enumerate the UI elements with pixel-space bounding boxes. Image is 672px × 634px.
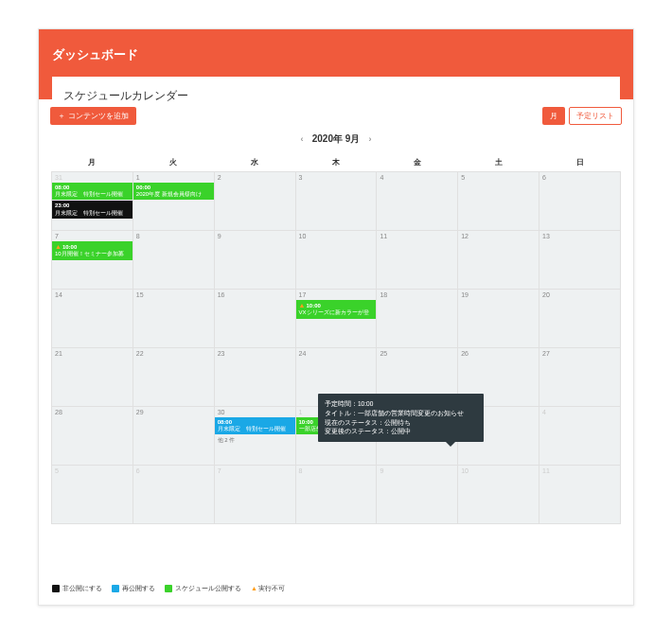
legend: 非公開にする 再公開する スケジュール公開する ▲実行不可 bbox=[52, 584, 285, 593]
day-cell[interactable]: 3 bbox=[295, 172, 377, 231]
legend-item-black: 非公開にする bbox=[52, 584, 102, 593]
calendar-event[interactable]: 08:00月末限定 特別セール開催 bbox=[215, 417, 295, 434]
day-cell[interactable]: 23 bbox=[214, 348, 295, 407]
view-switch: 月 予定リスト bbox=[542, 107, 622, 125]
calendar-grid: 月火水木金土日 3108:00月末限定 特別セール開催23:00月末限定 特別セ… bbox=[51, 153, 621, 524]
page-title: ダッシュボード bbox=[52, 46, 620, 63]
day-cell[interactable]: 7 bbox=[214, 466, 295, 524]
event-time: 08:00 bbox=[218, 419, 232, 425]
day-number: 29 bbox=[133, 407, 214, 417]
day-cell[interactable]: 28 bbox=[52, 407, 133, 466]
day-cell[interactable]: 4 bbox=[377, 172, 458, 231]
legend-item-warn: ▲実行不可 bbox=[251, 584, 285, 593]
day-cell[interactable]: 14 bbox=[52, 290, 133, 348]
day-number: 19 bbox=[458, 290, 539, 300]
day-number: 5 bbox=[458, 172, 539, 183]
day-number: 9 bbox=[215, 231, 295, 241]
toolbar: ＋ コンテンツを追加 月 予定リスト bbox=[39, 107, 633, 125]
day-cell[interactable]: 17▲10:00VXシリーズに新カラーが登 bbox=[295, 290, 377, 348]
day-number: 12 bbox=[458, 231, 539, 241]
day-number: 24 bbox=[296, 348, 377, 359]
day-number: 9 bbox=[377, 466, 457, 476]
view-month-button[interactable]: 月 bbox=[542, 107, 565, 125]
day-cell[interactable]: 27 bbox=[539, 348, 621, 407]
prev-month-button[interactable]: ‹ bbox=[294, 134, 309, 144]
day-number: 1 bbox=[133, 172, 214, 183]
calendar-event[interactable]: 00:002020年度 新規会員様向け bbox=[133, 183, 214, 200]
day-cell[interactable]: 4 bbox=[539, 407, 621, 466]
add-content-label: コンテンツを追加 bbox=[68, 111, 129, 121]
weekday-header: 木 bbox=[295, 153, 377, 172]
weekday-header: 水 bbox=[214, 153, 295, 172]
weekday-header: 土 bbox=[458, 153, 539, 172]
day-number: 10 bbox=[458, 466, 539, 476]
warning-icon: ▲ bbox=[299, 302, 306, 308]
day-cell[interactable]: 5 bbox=[458, 172, 539, 231]
event-tooltip: 予定時間：10:00 タイトル：一部店舗の営業時間変更のお知らせ 現在のステータ… bbox=[318, 394, 484, 442]
day-number: 10 bbox=[296, 231, 377, 241]
event-time: 10:00 bbox=[62, 244, 77, 250]
day-number: 13 bbox=[539, 231, 620, 241]
legend-item-green: スケジュール公開する bbox=[165, 584, 241, 593]
weekday-header: 金 bbox=[377, 153, 458, 172]
day-number: 14 bbox=[52, 290, 133, 300]
view-list-button[interactable]: 予定リスト bbox=[569, 107, 622, 125]
day-number: 15 bbox=[133, 290, 214, 300]
weekday-header: 火 bbox=[133, 153, 214, 172]
tooltip-title: タイトル：一部店舗の営業時間変更のお知らせ bbox=[325, 409, 477, 418]
weekday-header: 月 bbox=[52, 153, 133, 172]
day-cell[interactable]: 7▲10:0010月開催！セミナー参加募 bbox=[52, 231, 133, 290]
day-number: 8 bbox=[296, 466, 377, 476]
day-number: 6 bbox=[539, 172, 620, 183]
day-number: 2 bbox=[215, 172, 295, 183]
day-cell[interactable]: 10 bbox=[458, 466, 539, 524]
day-cell[interactable]: 6 bbox=[539, 172, 621, 231]
day-cell[interactable]: 12 bbox=[458, 231, 539, 290]
day-cell[interactable]: 20 bbox=[539, 290, 621, 348]
day-cell[interactable]: 8 bbox=[295, 466, 377, 524]
day-number: 7 bbox=[52, 231, 133, 241]
app-frame: ダッシュボード スケジュールカレンダー ＋ コンテンツを追加 月 予定リスト ‹… bbox=[38, 28, 634, 606]
day-cell[interactable]: 18 bbox=[377, 290, 458, 348]
day-number: 21 bbox=[52, 348, 133, 359]
calendar-event[interactable]: 08:00月末限定 特別セール開催 bbox=[52, 183, 133, 200]
day-cell[interactable]: 11 bbox=[377, 231, 458, 290]
day-cell[interactable]: 22 bbox=[133, 348, 214, 407]
add-content-button[interactable]: ＋ コンテンツを追加 bbox=[50, 107, 136, 125]
event-text: 2020年度 新規会員様向け bbox=[136, 191, 202, 197]
day-number: 18 bbox=[377, 290, 457, 300]
day-number: 11 bbox=[377, 231, 457, 241]
day-cell[interactable]: 29 bbox=[133, 407, 214, 466]
day-cell[interactable]: 6 bbox=[133, 466, 214, 524]
next-month-button[interactable]: › bbox=[363, 134, 378, 144]
more-events-link[interactable]: 他 2 件 bbox=[215, 435, 295, 446]
day-cell[interactable]: 3108:00月末限定 特別セール開催23:00月末限定 特別セール開催 bbox=[52, 172, 133, 231]
day-cell[interactable]: 10 bbox=[295, 231, 377, 290]
day-number: 3 bbox=[296, 172, 377, 183]
day-number: 28 bbox=[52, 407, 133, 417]
calendar-event[interactable]: 23:00月末限定 特別セール開催 bbox=[52, 201, 133, 218]
day-cell[interactable]: 5 bbox=[52, 466, 133, 524]
day-cell[interactable]: 19 bbox=[458, 290, 539, 348]
day-cell[interactable]: 3008:00月末限定 特別セール開催他 2 件 bbox=[214, 407, 295, 466]
day-cell[interactable]: 100:002020年度 新規会員様向け bbox=[133, 172, 214, 231]
day-cell[interactable]: 11 bbox=[539, 466, 621, 524]
day-number: 30 bbox=[215, 407, 295, 417]
tooltip-time: 予定時間：10:00 bbox=[325, 399, 477, 409]
event-time: 10:00 bbox=[306, 303, 320, 308]
day-cell[interactable]: 21 bbox=[52, 348, 133, 407]
day-cell[interactable]: 15 bbox=[133, 290, 214, 348]
calendar-period: 2020年 9月 bbox=[312, 133, 361, 144]
day-cell[interactable]: 13 bbox=[539, 231, 621, 290]
square-icon bbox=[52, 585, 60, 592]
calendar-event[interactable]: ▲10:00VXシリーズに新カラーが登 bbox=[296, 300, 377, 319]
day-cell[interactable]: 9 bbox=[214, 231, 295, 290]
day-cell[interactable]: 9 bbox=[377, 466, 458, 524]
day-number: 4 bbox=[539, 407, 620, 417]
calendar-event[interactable]: ▲10:0010月開催！セミナー参加募 bbox=[52, 241, 133, 260]
day-number: 25 bbox=[377, 348, 457, 359]
day-cell[interactable]: 2 bbox=[214, 172, 295, 231]
day-cell[interactable]: 8 bbox=[133, 231, 214, 290]
day-number: 11 bbox=[539, 466, 620, 476]
day-cell[interactable]: 16 bbox=[214, 290, 295, 348]
